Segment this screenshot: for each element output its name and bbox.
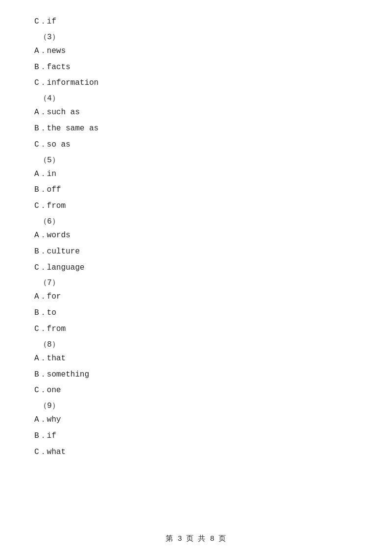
answer-option: C．information	[34, 76, 358, 90]
answer-option: A．why	[34, 413, 358, 427]
section-number: （6）	[39, 216, 358, 227]
main-content: C．if（3）A．newsB．factsC．information（4）A．su…	[0, 0, 392, 491]
answer-option: B．off	[34, 183, 358, 197]
answer-option: C．if	[34, 15, 358, 29]
answer-option: A．in	[34, 167, 358, 181]
section-number: （5）	[39, 155, 358, 165]
page-footer: 第 3 页 共 8 页	[0, 534, 392, 543]
answer-option: C．what	[34, 445, 358, 459]
answer-option: B．to	[34, 306, 358, 320]
section-number: （7）	[39, 278, 358, 288]
answer-option: C．so as	[34, 138, 358, 152]
answer-option: A．such as	[34, 105, 358, 120]
answer-option: A．that	[34, 352, 358, 366]
answer-option: B．the same as	[34, 122, 358, 136]
answer-option: B．culture	[34, 245, 358, 259]
section-number: （3）	[39, 32, 358, 42]
answer-option: C．language	[34, 261, 358, 275]
answer-option: C．from	[34, 322, 358, 336]
answer-option: C．from	[34, 199, 358, 213]
answer-option: A．news	[34, 44, 358, 58]
answer-option: B．if	[34, 429, 358, 443]
section-number: （4）	[39, 93, 358, 103]
section-number: （9）	[39, 401, 358, 411]
answer-option: B．facts	[34, 60, 358, 75]
answer-option: B．something	[34, 368, 358, 382]
section-number: （8）	[39, 339, 358, 350]
answer-option: C．one	[34, 383, 358, 398]
answer-option: A．for	[34, 290, 358, 304]
answer-option: A．words	[34, 228, 358, 243]
